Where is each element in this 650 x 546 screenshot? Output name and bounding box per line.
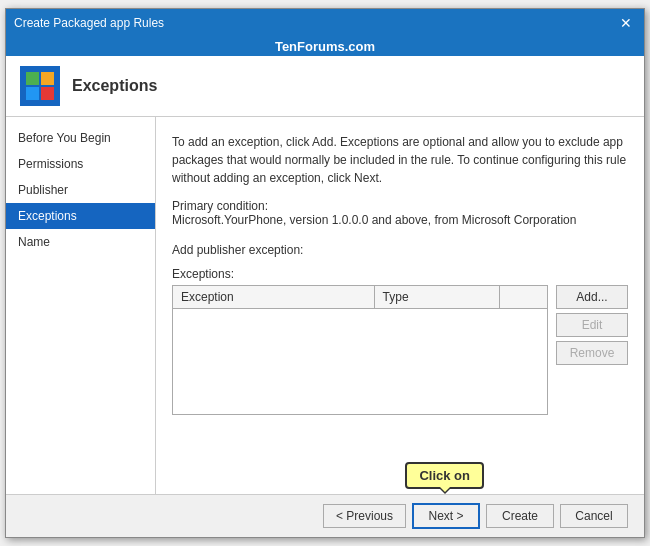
main-scroll-area: To add an exception, click Add. Exceptio… [156, 117, 644, 494]
exceptions-table-wrapper: Exception Type [172, 285, 548, 415]
close-button[interactable]: ✕ [616, 16, 636, 30]
primary-condition-value: Microsoft.YourPhone, version 1.0.0.0 and… [172, 213, 576, 227]
window: Create Packaged app Rules ✕ TenForums.co… [5, 8, 645, 538]
add-button[interactable]: Add... [556, 285, 628, 309]
cancel-button[interactable]: Cancel [560, 504, 628, 528]
sidebar: Before You Begin Permissions Publisher E… [6, 117, 156, 494]
col-header-type: Type [374, 286, 499, 309]
sidebar-item-before-you-begin[interactable]: Before You Begin [6, 125, 155, 151]
content-area: Before You Begin Permissions Publisher E… [6, 117, 644, 494]
watermark-bar: TenForums.com [6, 37, 644, 56]
main-content: To add an exception, click Add. Exceptio… [156, 117, 644, 494]
header: Exceptions [6, 56, 644, 117]
exceptions-row: Exception Type Add... Edit Rem [172, 285, 628, 415]
add-publisher-label: Add publisher exception: [172, 243, 628, 257]
col-header-empty [499, 286, 547, 309]
edit-button[interactable]: Edit [556, 313, 628, 337]
sidebar-item-publisher[interactable]: Publisher [6, 177, 155, 203]
icon-cell-4 [41, 87, 54, 100]
footer: Click on < Previous Next > Create Cancel [6, 494, 644, 537]
sidebar-item-name[interactable]: Name [6, 229, 155, 255]
icon-cell-2 [41, 72, 54, 85]
page-title: Exceptions [72, 77, 157, 95]
title-bar: Create Packaged app Rules ✕ [6, 9, 644, 37]
previous-button[interactable]: < Previous [323, 504, 406, 528]
description-text: To add an exception, click Add. Exceptio… [172, 133, 628, 187]
app-icon [20, 66, 60, 106]
sidebar-item-exceptions[interactable]: Exceptions [6, 203, 155, 229]
remove-button[interactable]: Remove [556, 341, 628, 365]
col-header-exception: Exception [173, 286, 374, 309]
primary-condition-label: Primary condition: [172, 199, 268, 213]
next-button[interactable]: Next > [412, 503, 480, 529]
exceptions-buttons: Add... Edit Remove [556, 285, 628, 365]
primary-condition-block: Primary condition: Microsoft.YourPhone, … [172, 199, 628, 227]
exceptions-label: Exceptions: [172, 267, 628, 281]
icon-cell-3 [26, 87, 39, 100]
watermark-text: TenForums.com [275, 39, 375, 54]
icon-cell-1 [26, 72, 39, 85]
tooltip-bubble: Click on [405, 462, 484, 489]
window-title: Create Packaged app Rules [14, 16, 164, 30]
sidebar-item-permissions[interactable]: Permissions [6, 151, 155, 177]
exceptions-table: Exception Type [173, 286, 547, 309]
create-button[interactable]: Create [486, 504, 554, 528]
